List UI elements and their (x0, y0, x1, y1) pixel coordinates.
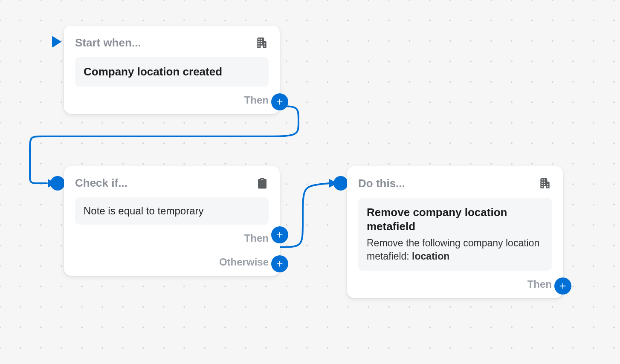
company-icon (538, 176, 552, 190)
add-then-button[interactable] (271, 226, 288, 243)
otherwise-label: Otherwise (219, 256, 269, 268)
add-then-button[interactable] (554, 277, 571, 295)
add-otherwise-button[interactable] (271, 255, 288, 272)
action-desc-bold: location (412, 251, 449, 262)
trigger-event-label: Company location created (84, 65, 260, 79)
company-icon (255, 36, 269, 49)
action-entry-node (333, 176, 348, 191)
trigger-content: Company location created (75, 57, 269, 87)
condition-entry-node (50, 176, 65, 191)
trigger-header: Start when... (75, 36, 141, 49)
action-card[interactable]: Do this... Remove company location metaf… (347, 166, 563, 298)
condition-header: Check if... (75, 176, 127, 190)
condition-expression: Note is equal to temporary (84, 205, 260, 217)
then-label: Then (527, 278, 552, 290)
condition-content: Note is equal to temporary (75, 197, 269, 225)
workflow-canvas[interactable]: Start when... Company location created T… (0, 0, 620, 364)
action-description: Remove the following company location me… (367, 237, 543, 263)
action-title: Remove company location metafield (367, 205, 543, 233)
action-content: Remove company location metafield Remove… (358, 198, 552, 271)
action-header: Do this... (358, 177, 405, 190)
condition-card[interactable]: Check if... Note is equal to temporary T… (64, 166, 280, 276)
action-desc-text: Remove the following company location me… (367, 237, 539, 262)
add-then-button[interactable] (271, 93, 288, 110)
then-label: Then (244, 232, 269, 244)
start-indicator-icon (52, 36, 61, 48)
clipboard-check-icon (256, 177, 269, 190)
then-label: Then (244, 94, 269, 106)
trigger-card[interactable]: Start when... Company location created T… (64, 26, 280, 114)
